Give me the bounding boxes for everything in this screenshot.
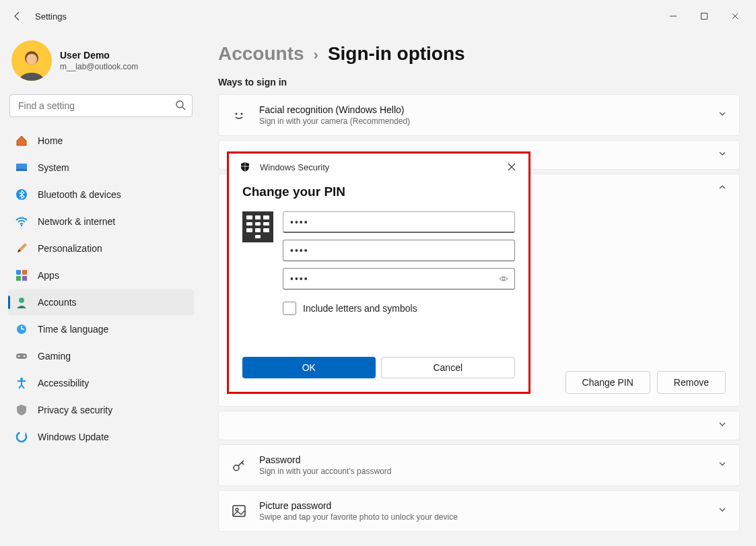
maximize-button[interactable]: [689, 5, 720, 27]
confirm-pin-input[interactable]: ••••: [283, 268, 515, 289]
window-title: Settings: [30, 11, 67, 22]
minimize-button[interactable]: [658, 5, 689, 27]
nav-label: Accounts: [38, 297, 77, 308]
breadcrumb-parent[interactable]: Accounts: [218, 43, 304, 65]
reveal-password-icon[interactable]: [498, 273, 509, 286]
svg-rect-10: [16, 270, 21, 275]
svg-point-4: [176, 101, 183, 108]
search: [9, 94, 193, 117]
nav-accessibility[interactable]: Accessibility: [8, 370, 194, 396]
svg-rect-16: [16, 353, 27, 359]
bluetooth-icon: [15, 188, 28, 201]
wifi-icon: [15, 215, 28, 228]
chevron-up-icon[interactable]: [718, 182, 727, 195]
nav-label: Bluetooth & devices: [38, 189, 121, 200]
chevron-right-icon: ›: [314, 46, 318, 64]
card-subtitle: Sign in with your camera (Recommended): [259, 116, 410, 126]
brush-icon: [15, 242, 28, 255]
chevron-down-icon: [718, 459, 727, 471]
card-collapsed-2[interactable]: [218, 411, 740, 440]
nav-gaming[interactable]: Gaming: [8, 343, 194, 369]
current-pin-input[interactable]: ••••: [283, 211, 515, 233]
nav-label: System: [38, 162, 69, 173]
svg-point-22: [241, 113, 243, 115]
dialog-title: Change your PIN: [242, 184, 515, 199]
picture-icon: [231, 503, 247, 519]
svg-line-5: [182, 107, 185, 110]
windows-security-dialog: Windows Security Change your PIN •••• ••…: [227, 151, 530, 394]
accessibility-icon: [15, 376, 28, 390]
chevron-down-icon: [718, 505, 727, 517]
profile-email: m__lab@outlook.com: [60, 62, 138, 71]
cancel-button[interactable]: Cancel: [381, 357, 516, 378]
nav: Home System Bluetooth & devices Network …: [8, 128, 194, 450]
search-input[interactable]: [9, 94, 193, 117]
new-pin-input[interactable]: ••••: [283, 240, 515, 261]
nav-network[interactable]: Network & internet: [8, 209, 194, 234]
change-pin-button[interactable]: Change PIN: [565, 371, 650, 394]
svg-point-23: [234, 465, 239, 471]
nav-accounts[interactable]: Accounts: [8, 289, 194, 315]
nav-label: Home: [38, 135, 63, 146]
card-subtitle: Swipe and tap your favorite photo to unl…: [259, 512, 458, 522]
person-icon: [15, 296, 28, 309]
svg-point-17: [18, 355, 20, 357]
svg-point-14: [19, 298, 24, 303]
checkbox-label: Include letters and symbols: [303, 303, 417, 314]
svg-rect-1: [701, 13, 708, 20]
profile-name: User Demo: [60, 50, 138, 61]
nav-bluetooth[interactable]: Bluetooth & devices: [8, 182, 194, 207]
chevron-down-icon: [718, 149, 727, 161]
titlebar: Settings: [0, 0, 756, 32]
svg-point-25: [236, 508, 238, 511]
card-facial[interactable]: Facial recognition (Windows Hello) Sign …: [218, 94, 740, 136]
svg-point-20: [17, 432, 26, 442]
face-icon: [231, 107, 247, 123]
system-icon: [15, 161, 28, 174]
svg-rect-7: [16, 169, 27, 171]
letters-symbols-checkbox[interactable]: [283, 302, 296, 315]
remove-pin-button[interactable]: Remove: [657, 371, 726, 394]
clock-icon: [15, 322, 28, 336]
nav-apps[interactable]: Apps: [8, 263, 194, 288]
svg-rect-11: [22, 270, 27, 275]
breadcrumb-current: Sign-in options: [328, 43, 465, 65]
nav-system[interactable]: System: [8, 155, 194, 180]
dialog-close-button[interactable]: [502, 159, 522, 175]
profile[interactable]: User Demo m__lab@outlook.com: [8, 38, 194, 94]
card-picture-password[interactable]: Picture password Swipe and tap your favo…: [218, 490, 740, 532]
avatar: [11, 40, 52, 81]
nav-label: Apps: [38, 270, 59, 281]
nav-label: Windows Update: [38, 432, 109, 442]
card-password[interactable]: Password Sign in with your account's pas…: [218, 444, 740, 486]
svg-point-3: [26, 54, 37, 65]
nav-label: Time & language: [38, 324, 108, 335]
nav-label: Personalization: [38, 243, 102, 254]
dialog-app-name: Windows Security: [260, 162, 329, 172]
close-button[interactable]: [720, 5, 751, 27]
svg-point-19: [20, 378, 23, 380]
nav-label: Network & internet: [38, 216, 115, 227]
svg-point-18: [24, 355, 26, 357]
nav-home[interactable]: Home: [8, 128, 194, 153]
ok-button[interactable]: OK: [242, 357, 376, 378]
update-icon: [15, 430, 28, 444]
nav-personalization[interactable]: Personalization: [8, 236, 194, 261]
card-title: Picture password: [259, 500, 458, 511]
nav-privacy[interactable]: Privacy & security: [8, 397, 194, 423]
svg-point-26: [502, 277, 505, 280]
search-icon: [175, 100, 186, 113]
nav-time[interactable]: Time & language: [8, 316, 194, 342]
gamepad-icon: [15, 349, 28, 363]
chevron-down-icon: [718, 419, 727, 432]
nav-label: Privacy & security: [38, 405, 112, 415]
nav-update[interactable]: Windows Update: [8, 424, 194, 450]
back-button[interactable]: [5, 4, 30, 28]
breadcrumb: Accounts › Sign-in options: [218, 43, 740, 65]
svg-point-21: [236, 113, 238, 115]
sidebar: User Demo m__lab@outlook.com Home System…: [0, 32, 202, 546]
shield-icon: [15, 403, 28, 417]
card-title: Facial recognition (Windows Hello): [259, 104, 410, 115]
window-controls: [658, 5, 751, 27]
svg-rect-24: [233, 506, 245, 516]
